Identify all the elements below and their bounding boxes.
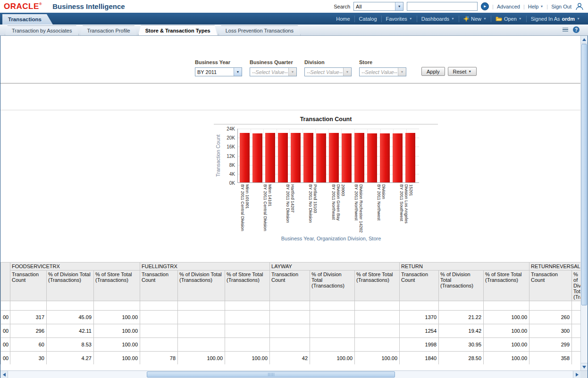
bar[interactable]: [380, 133, 390, 182]
filter-select[interactable]: --Select Value--▼: [359, 67, 406, 76]
bar[interactable]: [367, 133, 377, 182]
filter-select[interactable]: --Select Value--▼: [304, 67, 352, 76]
global-header: ORACLE® Business Intelligence Search All…: [0, 0, 588, 13]
table-cell: [225, 338, 270, 352]
nav-open[interactable]: Open▼: [491, 16, 526, 22]
reset-button[interactable]: Reset▼: [448, 67, 477, 76]
bar[interactable]: [252, 133, 262, 182]
separator: |: [492, 4, 494, 9]
filter-label: Business Quarter: [250, 59, 297, 65]
column-header: Transaction Count: [400, 271, 439, 301]
arrow-down-icon: [582, 366, 586, 369]
search-label: Search: [334, 4, 350, 9]
x-axis-labels: BY 2011 Central Division Minn 101001BY 2…: [240, 183, 422, 233]
vertical-scroll-thumb[interactable]: [581, 44, 587, 305]
table-cell: [310, 324, 355, 338]
table-cell: [310, 311, 355, 324]
search-scope-select[interactable]: All ▼: [353, 2, 403, 11]
results-table: FOODSERVICETRXFUELLINGTRXLAYWAYRETURNRET…: [0, 262, 580, 364]
x-tick-label: BY 2011 No Division Hartford 14207: [286, 183, 308, 233]
chevron-down-icon: ▼: [409, 17, 412, 20]
column-header: % of Division Total (Transactions): [178, 271, 225, 301]
chevron-down-icon[interactable]: ▼: [288, 68, 296, 76]
table-cell: 78: [140, 352, 178, 365]
subtab-transaction-profile[interactable]: Transaction Profile: [80, 25, 137, 35]
table-cell: [94, 301, 140, 311]
y-tick-label: 4K: [229, 172, 235, 177]
help-icon[interactable]: ?: [573, 26, 580, 33]
filter-select[interactable]: BY 2011▼: [195, 67, 242, 76]
main-nav-bar: Transactions Home Catalog Favorites▼ Das…: [0, 13, 588, 25]
bar[interactable]: [354, 133, 364, 182]
page-options-icon[interactable]: [563, 28, 568, 32]
column-group-header: RETURNREVERSAL: [529, 263, 580, 271]
nav-favorites[interactable]: Favorites▼: [381, 16, 417, 22]
subtab-transaction-by-associates[interactable]: Transaction by Associates: [5, 25, 79, 35]
subtab-loss-prevention-transactions[interactable]: Loss Prevention Transactions: [218, 25, 301, 35]
bar[interactable]: [291, 133, 301, 182]
chevron-down-icon[interactable]: ▼: [343, 68, 351, 76]
table-cell: [355, 338, 400, 352]
table-cell: [270, 301, 310, 311]
bar[interactable]: [329, 133, 339, 182]
y-axis-title: Transaction Count: [214, 129, 222, 183]
nav-catalog[interactable]: Catalog: [354, 16, 381, 22]
column-header: Transaction Count: [270, 271, 310, 301]
table-cell: 260: [529, 311, 572, 324]
bar[interactable]: [405, 133, 415, 182]
subtab-store-transaction-types[interactable]: Store & Transaction Types: [138, 25, 218, 35]
table-cell: 100.00: [94, 338, 140, 352]
signed-in-menu[interactable]: Signed In As ordm ▼: [526, 16, 584, 22]
chevron-down-icon[interactable]: ▼: [395, 2, 403, 10]
table-cell: [178, 301, 225, 311]
chevron-down-icon: ▼: [483, 17, 487, 20]
scroll-down-button[interactable]: [581, 363, 588, 370]
nav-new[interactable]: New▼: [459, 16, 491, 22]
scroll-up-button[interactable]: [581, 36, 588, 43]
nav-dashboards[interactable]: Dashboards▼: [417, 16, 459, 22]
bar[interactable]: [342, 133, 352, 182]
bar[interactable]: [316, 133, 326, 182]
folder-icon: [496, 16, 502, 21]
bar[interactable]: [265, 133, 275, 182]
scrollbar-corner: [580, 371, 588, 378]
x-tick-label: BY 2011 Central Division Minn 14101: [263, 183, 286, 233]
chevron-down-icon[interactable]: ▼: [398, 68, 406, 76]
table-cell: 296: [10, 324, 47, 338]
scroll-left-button[interactable]: [0, 371, 8, 378]
table-cell: [310, 301, 355, 311]
chevron-down-icon[interactable]: ▼: [234, 68, 242, 76]
column-header: Transaction Count: [140, 271, 178, 301]
apply-button[interactable]: Apply: [421, 67, 445, 76]
horizontal-scrollbar[interactable]: [0, 370, 588, 378]
search-input[interactable]: [407, 2, 478, 11]
sign-out-link[interactable]: Sign Out: [551, 4, 571, 9]
stub-header: [1, 263, 10, 301]
bar[interactable]: [393, 133, 403, 182]
y-axis-ticks: 24K20K16K12K8K4K0K: [222, 129, 237, 183]
product-title: Business Intelligence: [52, 2, 125, 10]
scroll-right-button[interactable]: [573, 371, 580, 378]
chevron-down-icon: ▼: [519, 17, 522, 20]
advanced-link[interactable]: Advanced: [497, 4, 520, 9]
horizontal-scroll-thumb[interactable]: [147, 371, 395, 378]
bar[interactable]: [240, 133, 250, 182]
y-tick-label: 24K: [227, 126, 235, 131]
chart-title-rule: [214, 124, 438, 124]
tab-transactions[interactable]: Transactions: [2, 14, 53, 25]
column-header: Transaction Count: [10, 271, 47, 301]
table-cell: [484, 301, 529, 311]
bar[interactable]: [303, 133, 313, 182]
table-cell: 100.00: [484, 324, 529, 338]
table-row: [1, 301, 581, 311]
table-cell: [529, 301, 572, 311]
search-go-button[interactable]: ►: [481, 2, 489, 10]
y-tick-label: 8K: [229, 163, 235, 168]
help-menu[interactable]: Help▼: [528, 4, 544, 9]
filter-select[interactable]: --Select Value--▼: [250, 67, 297, 76]
separator: |: [523, 4, 525, 9]
bar[interactable]: [278, 133, 288, 182]
nav-home[interactable]: Home: [332, 16, 354, 22]
vertical-scrollbar[interactable]: [580, 36, 588, 370]
table-cell: 42.11: [47, 324, 94, 338]
